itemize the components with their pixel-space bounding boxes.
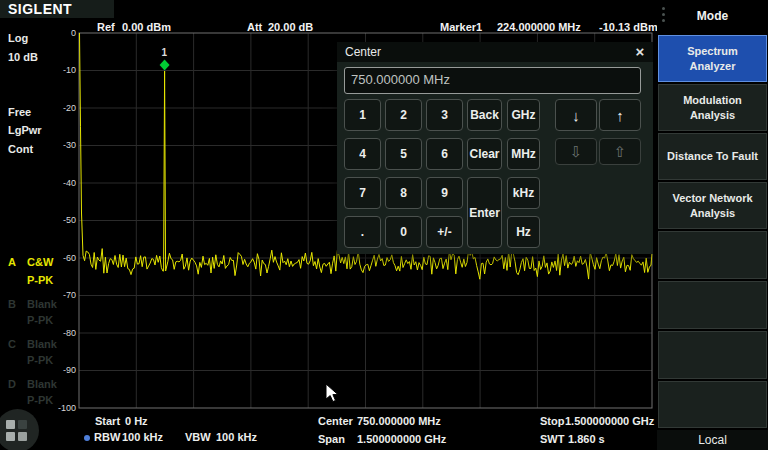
key-back[interactable]: Back bbox=[467, 99, 502, 131]
softkey-empty bbox=[658, 331, 767, 379]
trigger-label: Free bbox=[8, 106, 31, 118]
span-label: Span bbox=[318, 433, 345, 445]
trace-a-detector: P-PK bbox=[27, 274, 53, 286]
center-frequency-input[interactable]: 750.000000 MHz bbox=[344, 67, 641, 94]
shift-up-button[interactable]: ⇧ bbox=[599, 138, 641, 165]
sweep-mode-label: Cont bbox=[8, 143, 33, 155]
y-tick: -60 bbox=[44, 253, 76, 263]
y-tick: -40 bbox=[44, 178, 76, 188]
attenuation-label: Att bbox=[247, 21, 262, 33]
key-2[interactable]: 2 bbox=[385, 99, 422, 131]
grid-square-icon bbox=[18, 432, 27, 441]
y-tick: -70 bbox=[44, 290, 76, 300]
y-tick: -20 bbox=[44, 103, 76, 113]
softkey-distance-to-fault[interactable]: Distance To Fault bbox=[658, 133, 767, 180]
trace-c-mode: Blank bbox=[27, 338, 57, 350]
trace-b-detector: P-PK bbox=[27, 314, 53, 326]
trace-d-id: D bbox=[8, 378, 16, 390]
vbw-value[interactable]: 100 kHz bbox=[216, 431, 257, 443]
home-grid-button[interactable] bbox=[0, 409, 39, 450]
marker-amplitude: -10.13 dBm bbox=[599, 21, 658, 33]
shift-down-button[interactable]: ⇩ bbox=[555, 138, 597, 165]
marker-name: Marker1 bbox=[440, 21, 482, 33]
key-decimal[interactable]: . bbox=[344, 216, 381, 248]
y-tick: -90 bbox=[44, 365, 76, 375]
local-status[interactable]: Local bbox=[657, 430, 768, 450]
rbw-coupled-dot bbox=[84, 435, 90, 441]
y-tick: 0 bbox=[44, 28, 76, 38]
key-khz[interactable]: kHz bbox=[507, 177, 540, 209]
softkey-modulation-analysis[interactable]: Modulation Analysis bbox=[658, 84, 767, 131]
grid-square-icon bbox=[18, 420, 27, 429]
trace-a-id: A bbox=[8, 256, 16, 268]
key-6[interactable]: 6 bbox=[426, 138, 463, 170]
trace-b-id: B bbox=[8, 298, 16, 310]
key-0[interactable]: 0 bbox=[385, 216, 422, 248]
mouse-cursor bbox=[325, 383, 341, 405]
key-clear[interactable]: Clear bbox=[467, 138, 502, 170]
menu-header: Mode bbox=[657, 0, 768, 33]
start-value: 0 Hz bbox=[125, 415, 148, 427]
key-5[interactable]: 5 bbox=[385, 138, 422, 170]
key-mhz[interactable]: MHz bbox=[507, 138, 540, 170]
key-enter[interactable]: Enter bbox=[467, 177, 502, 248]
y-tick: -50 bbox=[44, 215, 76, 225]
key-3[interactable]: 3 bbox=[426, 99, 463, 131]
dialog-title-bar[interactable]: Center × bbox=[337, 42, 653, 62]
svg-text:1: 1 bbox=[162, 47, 168, 58]
swt-label: SWT bbox=[540, 433, 564, 445]
step-up-button[interactable]: ↑ bbox=[599, 99, 641, 131]
key-8[interactable]: 8 bbox=[385, 177, 422, 209]
key-1[interactable]: 1 bbox=[344, 99, 381, 131]
trace-d-mode: Blank bbox=[27, 378, 57, 390]
softkey-spectrum-analyzer[interactable]: Spectrum Analyzer bbox=[658, 35, 767, 82]
spectrum-analyzer-screen: SIGLENT Ref 0.00 dBm Att 20.00 dB Marker… bbox=[0, 0, 768, 450]
softkey-empty bbox=[658, 231, 767, 279]
center-value[interactable]: 750.000000 MHz bbox=[357, 415, 441, 427]
rbw-value[interactable]: 100 kHz bbox=[122, 431, 163, 443]
y-tick: -80 bbox=[44, 328, 76, 338]
softkey-empty bbox=[658, 281, 767, 329]
scale-div-label: 10 dB bbox=[8, 51, 38, 63]
marker-frequency: 224.000000 MHz bbox=[497, 21, 581, 33]
stop-value: 1.500000000 GHz bbox=[565, 415, 654, 427]
vbw-label: VBW bbox=[185, 431, 211, 443]
grid-square-icon bbox=[6, 432, 15, 441]
softkey-menu: Mode Spectrum Analyzer Modulation Analys… bbox=[657, 0, 768, 450]
key-4[interactable]: 4 bbox=[344, 138, 381, 170]
key-hz[interactable]: Hz bbox=[507, 216, 540, 248]
softkey-vector-network-analysis[interactable]: Vector Network Analysis bbox=[658, 182, 767, 229]
center-label: Center bbox=[318, 415, 353, 427]
y-tick: -10 bbox=[44, 65, 76, 75]
start-label: Start bbox=[95, 415, 120, 427]
rbw-label: RBW bbox=[94, 431, 120, 443]
step-down-button[interactable]: ↓ bbox=[555, 99, 597, 131]
ref-level-label: Ref bbox=[97, 21, 115, 33]
swt-value: 1.860 s bbox=[568, 433, 605, 445]
menu-title: Mode bbox=[657, 9, 768, 23]
attenuation-value[interactable]: 20.00 dB bbox=[268, 21, 313, 33]
key-9[interactable]: 9 bbox=[426, 177, 463, 209]
grid-square-icon bbox=[6, 420, 15, 429]
power-mode-label: LgPwr bbox=[8, 124, 42, 136]
stop-label: Stop bbox=[540, 415, 564, 427]
close-icon[interactable]: × bbox=[630, 43, 650, 61]
span-value[interactable]: 1.500000000 GHz bbox=[357, 433, 446, 445]
key-7[interactable]: 7 bbox=[344, 177, 381, 209]
key-plusminus[interactable]: +/- bbox=[426, 216, 463, 248]
scale-type-label: Log bbox=[8, 32, 28, 44]
center-frequency-dialog: Center × 750.000000 MHz 1 2 3 Back GHz ↓… bbox=[337, 42, 653, 254]
y-tick: -100 bbox=[44, 403, 76, 413]
trace-c-id: C bbox=[8, 338, 16, 350]
siglent-logo: SIGLENT bbox=[8, 1, 72, 17]
key-ghz[interactable]: GHz bbox=[507, 99, 540, 131]
center-frequency-value: 750.000000 MHz bbox=[351, 72, 450, 87]
softkey-empty bbox=[658, 381, 767, 428]
ref-level-value[interactable]: 0.00 dBm bbox=[122, 21, 171, 33]
dialog-title: Center bbox=[345, 45, 381, 59]
y-tick: -30 bbox=[44, 140, 76, 150]
